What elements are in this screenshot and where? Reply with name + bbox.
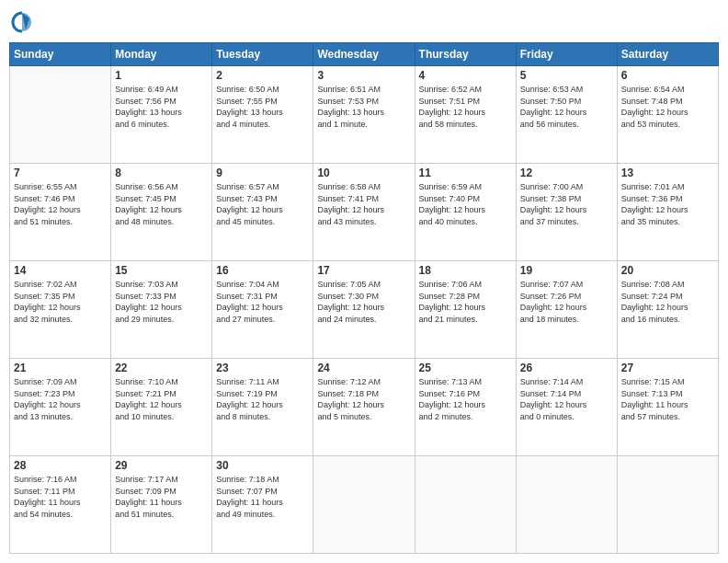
calendar-cell: 14Sunrise: 7:02 AM Sunset: 7:35 PM Dayli… — [10, 261, 111, 359]
day-number: 9 — [216, 167, 309, 179]
calendar-cell — [617, 456, 718, 554]
weekday-header: Monday — [111, 43, 212, 66]
day-number: 23 — [216, 362, 309, 374]
day-number: 28 — [14, 459, 107, 472]
day-number: 2 — [216, 69, 309, 82]
calendar-cell: 10Sunrise: 6:58 AM Sunset: 7:41 PM Dayli… — [313, 164, 415, 261]
day-number: 8 — [115, 167, 208, 179]
day-info: Sunrise: 6:53 AM Sunset: 7:50 PM Dayligh… — [520, 84, 613, 130]
weekday-header: Saturday — [617, 43, 718, 66]
day-info: Sunrise: 6:55 AM Sunset: 7:46 PM Dayligh… — [14, 181, 107, 227]
header — [9, 9, 719, 35]
calendar-cell: 3Sunrise: 6:51 AM Sunset: 7:53 PM Daylig… — [313, 66, 415, 164]
day-info: Sunrise: 7:17 AM Sunset: 7:09 PM Dayligh… — [115, 474, 208, 520]
weekday-header: Friday — [516, 43, 617, 66]
day-number: 6 — [621, 69, 714, 82]
calendar-cell: 5Sunrise: 6:53 AM Sunset: 7:50 PM Daylig… — [516, 66, 617, 164]
day-info: Sunrise: 7:07 AM Sunset: 7:26 PM Dayligh… — [520, 279, 613, 325]
day-number: 21 — [14, 362, 107, 374]
day-number: 16 — [216, 264, 309, 277]
calendar-header-row: SundayMondayTuesdayWednesdayThursdayFrid… — [10, 43, 719, 66]
day-info: Sunrise: 6:51 AM Sunset: 7:53 PM Dayligh… — [317, 84, 410, 130]
day-info: Sunrise: 6:58 AM Sunset: 7:41 PM Dayligh… — [317, 181, 410, 227]
day-number: 18 — [419, 264, 512, 277]
day-info: Sunrise: 7:05 AM Sunset: 7:30 PM Dayligh… — [317, 279, 410, 325]
day-info: Sunrise: 6:59 AM Sunset: 7:40 PM Dayligh… — [419, 181, 512, 227]
calendar-cell: 17Sunrise: 7:05 AM Sunset: 7:30 PM Dayli… — [313, 261, 415, 359]
day-info: Sunrise: 7:18 AM Sunset: 7:07 PM Dayligh… — [216, 474, 309, 520]
day-number: 14 — [14, 264, 107, 277]
calendar-cell: 15Sunrise: 7:03 AM Sunset: 7:33 PM Dayli… — [111, 261, 212, 359]
day-number: 22 — [115, 362, 208, 374]
day-number: 13 — [621, 167, 714, 179]
calendar-cell: 26Sunrise: 7:14 AM Sunset: 7:14 PM Dayli… — [516, 359, 617, 456]
day-info: Sunrise: 7:09 AM Sunset: 7:23 PM Dayligh… — [14, 376, 107, 422]
calendar-cell: 30Sunrise: 7:18 AM Sunset: 7:07 PM Dayli… — [212, 456, 313, 554]
calendar-week-row: 21Sunrise: 7:09 AM Sunset: 7:23 PM Dayli… — [10, 359, 719, 456]
calendar-cell: 2Sunrise: 6:50 AM Sunset: 7:55 PM Daylig… — [212, 66, 313, 164]
day-info: Sunrise: 7:00 AM Sunset: 7:38 PM Dayligh… — [520, 181, 613, 227]
calendar-cell — [516, 456, 617, 554]
calendar-cell: 20Sunrise: 7:08 AM Sunset: 7:24 PM Dayli… — [617, 261, 718, 359]
calendar-cell: 1Sunrise: 6:49 AM Sunset: 7:56 PM Daylig… — [111, 66, 212, 164]
calendar-cell: 22Sunrise: 7:10 AM Sunset: 7:21 PM Dayli… — [111, 359, 212, 456]
calendar-cell: 9Sunrise: 6:57 AM Sunset: 7:43 PM Daylig… — [212, 164, 313, 261]
day-number: 5 — [520, 69, 613, 82]
day-info: Sunrise: 7:10 AM Sunset: 7:21 PM Dayligh… — [115, 376, 208, 422]
calendar-week-row: 14Sunrise: 7:02 AM Sunset: 7:35 PM Dayli… — [10, 261, 719, 359]
calendar-week-row: 7Sunrise: 6:55 AM Sunset: 7:46 PM Daylig… — [10, 164, 719, 261]
calendar-cell — [313, 456, 415, 554]
day-info: Sunrise: 7:16 AM Sunset: 7:11 PM Dayligh… — [14, 474, 107, 520]
day-number: 11 — [419, 167, 512, 179]
day-number: 30 — [216, 459, 309, 472]
calendar-cell: 8Sunrise: 6:56 AM Sunset: 7:45 PM Daylig… — [111, 164, 212, 261]
calendar-cell: 11Sunrise: 6:59 AM Sunset: 7:40 PM Dayli… — [415, 164, 516, 261]
day-info: Sunrise: 6:49 AM Sunset: 7:56 PM Dayligh… — [115, 84, 208, 130]
day-info: Sunrise: 7:12 AM Sunset: 7:18 PM Dayligh… — [317, 376, 410, 422]
day-info: Sunrise: 7:01 AM Sunset: 7:36 PM Dayligh… — [621, 181, 714, 227]
day-number: 15 — [115, 264, 208, 277]
day-number: 10 — [317, 167, 410, 179]
calendar-cell: 28Sunrise: 7:16 AM Sunset: 7:11 PM Dayli… — [10, 456, 111, 554]
day-info: Sunrise: 6:56 AM Sunset: 7:45 PM Dayligh… — [115, 181, 208, 227]
day-number: 29 — [115, 459, 208, 472]
day-info: Sunrise: 7:14 AM Sunset: 7:14 PM Dayligh… — [520, 376, 613, 422]
calendar-cell: 7Sunrise: 6:55 AM Sunset: 7:46 PM Daylig… — [10, 164, 111, 261]
day-number: 26 — [520, 362, 613, 374]
page: SundayMondayTuesdayWednesdayThursdayFrid… — [0, 0, 728, 563]
day-info: Sunrise: 7:03 AM Sunset: 7:33 PM Dayligh… — [115, 279, 208, 325]
day-info: Sunrise: 7:06 AM Sunset: 7:28 PM Dayligh… — [419, 279, 512, 325]
calendar-week-row: 1Sunrise: 6:49 AM Sunset: 7:56 PM Daylig… — [10, 66, 719, 164]
day-info: Sunrise: 7:04 AM Sunset: 7:31 PM Dayligh… — [216, 279, 309, 325]
day-info: Sunrise: 6:57 AM Sunset: 7:43 PM Dayligh… — [216, 181, 309, 227]
calendar-cell: 19Sunrise: 7:07 AM Sunset: 7:26 PM Dayli… — [516, 261, 617, 359]
calendar-cell: 18Sunrise: 7:06 AM Sunset: 7:28 PM Dayli… — [415, 261, 516, 359]
calendar-table: SundayMondayTuesdayWednesdayThursdayFrid… — [9, 42, 719, 554]
day-number: 25 — [419, 362, 512, 374]
calendar-week-row: 28Sunrise: 7:16 AM Sunset: 7:11 PM Dayli… — [10, 456, 719, 554]
day-number: 20 — [621, 264, 714, 277]
day-number: 3 — [317, 69, 410, 82]
calendar-cell: 12Sunrise: 7:00 AM Sunset: 7:38 PM Dayli… — [516, 164, 617, 261]
calendar-cell — [415, 456, 516, 554]
day-info: Sunrise: 7:08 AM Sunset: 7:24 PM Dayligh… — [621, 279, 714, 325]
calendar-cell: 13Sunrise: 7:01 AM Sunset: 7:36 PM Dayli… — [617, 164, 718, 261]
day-info: Sunrise: 7:13 AM Sunset: 7:16 PM Dayligh… — [419, 376, 512, 422]
calendar-cell: 27Sunrise: 7:15 AM Sunset: 7:13 PM Dayli… — [617, 359, 718, 456]
calendar-cell: 4Sunrise: 6:52 AM Sunset: 7:51 PM Daylig… — [415, 66, 516, 164]
calendar-cell — [10, 66, 111, 164]
logo — [9, 9, 39, 35]
calendar-cell: 6Sunrise: 6:54 AM Sunset: 7:48 PM Daylig… — [617, 66, 718, 164]
weekday-header: Sunday — [10, 43, 111, 66]
day-number: 12 — [520, 167, 613, 179]
day-info: Sunrise: 7:15 AM Sunset: 7:13 PM Dayligh… — [621, 376, 714, 422]
calendar-cell: 25Sunrise: 7:13 AM Sunset: 7:16 PM Dayli… — [415, 359, 516, 456]
day-info: Sunrise: 6:50 AM Sunset: 7:55 PM Dayligh… — [216, 84, 309, 130]
day-info: Sunrise: 6:52 AM Sunset: 7:51 PM Dayligh… — [419, 84, 512, 130]
calendar-cell: 16Sunrise: 7:04 AM Sunset: 7:31 PM Dayli… — [212, 261, 313, 359]
day-number: 19 — [520, 264, 613, 277]
logo-icon — [9, 9, 35, 35]
day-number: 27 — [621, 362, 714, 374]
day-number: 17 — [317, 264, 410, 277]
day-info: Sunrise: 7:11 AM Sunset: 7:19 PM Dayligh… — [216, 376, 309, 422]
